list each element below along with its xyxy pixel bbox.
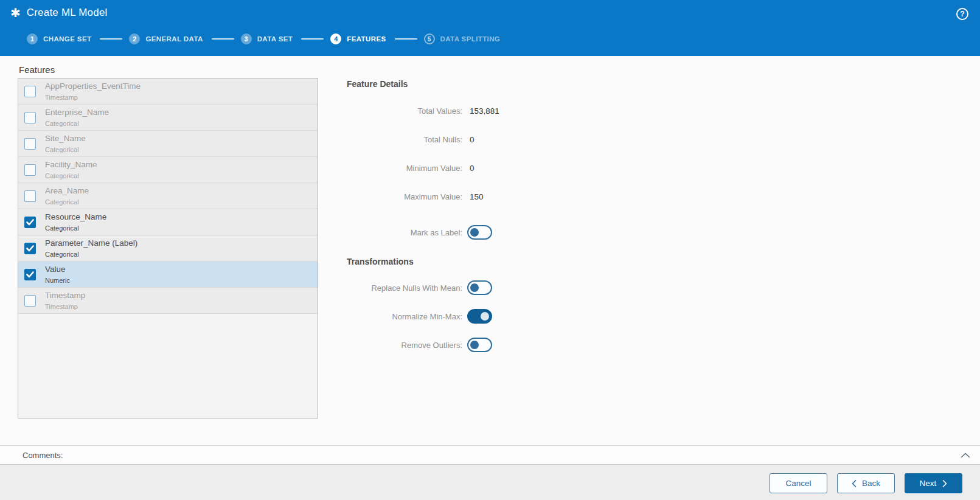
stat-row: Total Nulls: 0 (338, 133, 661, 145)
transformation-toggle[interactable] (467, 338, 492, 352)
asterisk-icon: ✱ (10, 7, 21, 19)
step-label: FEATURES (347, 35, 386, 43)
feature-text-block: Resource_Name Categorical (45, 212, 106, 232)
stat-label: Minimum Value: (338, 164, 462, 173)
comments-bar: Comments: (0, 445, 980, 465)
stat-label: Total Values: (338, 106, 462, 116)
stat-label: Total Nulls: (338, 135, 462, 144)
feature-text-block: Value Numeric (45, 265, 70, 284)
feature-text-block: Enterprise_Name Categorical (45, 108, 109, 127)
feature-type: Categorical (45, 198, 89, 206)
toggle-knob (481, 312, 489, 321)
stat-row: Maximum Value: 150 (338, 190, 661, 203)
header-title-row: ✱ Create ML Model (0, 0, 980, 26)
feature-type: Numeric (45, 277, 70, 284)
feature-details-title: Feature Details (347, 79, 661, 89)
feature-checkbox[interactable] (24, 190, 36, 202)
next-button-label: Next (920, 479, 937, 488)
feature-name: Enterprise_Name (45, 108, 109, 117)
comments-label: Comments: (23, 451, 63, 460)
step-label: DATA SPLITTING (440, 35, 501, 43)
feature-checkbox[interactable] (24, 269, 36, 280)
footer-buttons: Cancel Back Next (770, 473, 962, 493)
feature-checkbox[interactable] (24, 86, 36, 97)
feature-type: Timestamp (45, 94, 141, 101)
checkmark-icon (26, 271, 34, 278)
mark-as-label-toggle[interactable] (467, 225, 492, 240)
feature-checkbox[interactable] (24, 243, 36, 254)
feature-checkbox[interactable] (24, 164, 36, 176)
feature-checkbox[interactable] (24, 217, 36, 228)
transformation-label: Remove Outliers: (338, 341, 462, 350)
create-ml-model-window: ✱ Create ML Model ? 1 CHANGE SET 2 GENER… (0, 0, 980, 500)
feature-name: Area_Name (45, 186, 89, 196)
feature-text-block: Timestamp Timestamp (45, 291, 85, 310)
feature-row[interactable]: Area_Name Categorical (18, 183, 318, 209)
stepper-step[interactable]: 3 DATA SET (203, 33, 293, 44)
feature-name: AppProperties_EventTime (45, 82, 141, 91)
feature-text-block: Site_Name Categorical (45, 134, 86, 153)
feature-name: Site_Name (45, 134, 86, 144)
feature-type: Categorical (45, 224, 106, 232)
transformations-list: Replace Nulls With Mean: Normalize Min-M… (338, 280, 661, 352)
feature-row[interactable]: Site_Name Categorical (18, 131, 318, 157)
step-number-badge: 3 (241, 33, 252, 44)
feature-name: Timestamp (45, 291, 85, 300)
transformation-row: Replace Nulls With Mean: (338, 280, 661, 295)
step-number-badge: 2 (129, 33, 140, 44)
feature-stats: Total Values: 153,881 Total Nulls: 0 Min… (338, 105, 661, 203)
step-label: DATA SET (257, 35, 293, 43)
feature-checkbox[interactable] (24, 112, 36, 123)
feature-row[interactable]: Parameter_Name (Label) Categorical (18, 235, 318, 262)
feature-text-block: Area_Name Categorical (45, 186, 89, 206)
feature-type: Categorical (45, 120, 109, 127)
chevron-left-icon (852, 480, 857, 487)
transformation-toggle[interactable] (467, 309, 492, 324)
next-button[interactable]: Next (905, 473, 962, 493)
feature-name: Resource_Name (45, 212, 106, 222)
toggle-knob (470, 341, 479, 349)
step-number-badge: 1 (27, 33, 38, 44)
checkmark-icon (26, 245, 34, 252)
feature-row[interactable]: Value Numeric (18, 262, 318, 288)
feature-checkbox[interactable] (24, 295, 36, 307)
stat-value: 0 (470, 135, 474, 144)
stat-value: 150 (470, 192, 484, 201)
stepper-step[interactable]: 5 DATA SPLITTING (386, 33, 501, 44)
stat-row: Total Values: 153,881 (338, 105, 661, 117)
chevron-up-icon[interactable] (961, 453, 970, 458)
feature-row[interactable]: Resource_Name Categorical (18, 209, 318, 235)
app-header: ✱ Create ML Model ? 1 CHANGE SET 2 GENER… (0, 0, 980, 56)
stepper-step[interactable]: 4 FEATURES (293, 33, 386, 44)
wizard-stepper: 1 CHANGE SET 2 GENERAL DATA 3 DATA SET 4… (27, 33, 500, 44)
feature-type: Categorical (45, 251, 137, 258)
step-label: CHANGE SET (43, 35, 91, 43)
help-icon[interactable]: ? (956, 8, 968, 20)
stepper-step[interactable]: 2 GENERAL DATA (91, 33, 203, 44)
step-number-badge: 5 (424, 33, 435, 44)
footer-bar: Cancel Back Next (0, 465, 980, 500)
stat-row: Minimum Value: 0 (338, 162, 661, 174)
checkmark-icon (26, 219, 34, 226)
back-button[interactable]: Back (837, 473, 895, 493)
feature-row[interactable]: Facility_Name Categorical (18, 157, 318, 183)
step-number-badge: 4 (330, 33, 341, 44)
transformation-row: Remove Outliers: (338, 338, 661, 352)
stat-value: 153,881 (470, 106, 499, 116)
stat-value: 0 (470, 164, 474, 173)
feature-type: Timestamp (45, 303, 85, 310)
toggle-knob (470, 228, 479, 237)
feature-checkbox[interactable] (24, 138, 36, 150)
feature-name: Facility_Name (45, 160, 97, 170)
features-panel-title: Features (19, 64, 55, 75)
transformation-toggle[interactable] (467, 280, 492, 295)
feature-details-panel: Feature Details Total Values: 153,881 To… (338, 79, 661, 366)
stepper-step[interactable]: 1 CHANGE SET (27, 33, 91, 44)
feature-type: Categorical (45, 146, 86, 153)
feature-text-block: AppProperties_EventTime Timestamp (45, 82, 141, 101)
feature-row[interactable]: Timestamp Timestamp (18, 288, 318, 314)
feature-row[interactable]: AppProperties_EventTime Timestamp (18, 78, 318, 105)
feature-row[interactable]: Enterprise_Name Categorical (18, 105, 318, 131)
transformations-title: Transformations (347, 257, 661, 266)
cancel-button[interactable]: Cancel (770, 473, 827, 493)
